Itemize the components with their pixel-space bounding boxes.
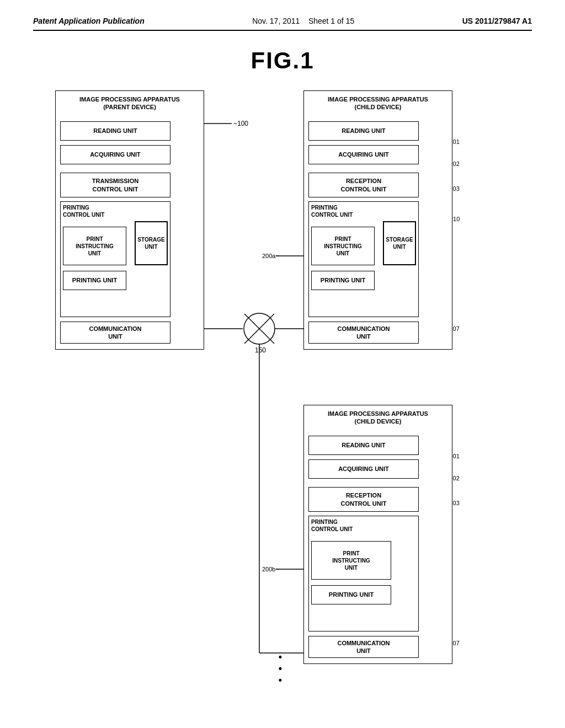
child1-print-instructing-unit: PRINTINSTRUCTINGUNIT	[311, 227, 375, 265]
child-device-1-title: IMAGE PROCESSING APPARATUS (CHILD DEVICE…	[304, 95, 452, 111]
header-sheet: Sheet 1 of 15	[308, 17, 354, 25]
child2-communication-unit: COMMUNICATIONUNIT	[308, 636, 419, 658]
child1-communication-unit: COMMUNICATIONUNIT	[308, 322, 419, 344]
child1-acquiring-unit: ACQUIRING UNIT	[308, 145, 419, 164]
svg-line-16	[244, 314, 274, 344]
child-device-2-box: IMAGE PROCESSING APPARATUS (CHILD DEVICE…	[303, 405, 452, 664]
header-right: US 2011/279847 A1	[462, 17, 532, 25]
child1-printing-unit: PRINTING UNIT	[311, 271, 375, 290]
child1-storage-unit: STORAGEUNIT	[383, 221, 416, 265]
parent-storage-unit: STORAGEUNIT	[135, 221, 168, 265]
child1-printing-control-container: PRINTINGCONTROL UNIT PRINTINSTRUCTINGUNI…	[308, 201, 419, 317]
child1-printing-control-label: PRINTINGCONTROL UNIT	[311, 204, 353, 218]
parent-printing-unit: PRINTING UNIT	[63, 271, 126, 290]
svg-text:~100: ~100	[233, 120, 248, 127]
child2-print-instructing-unit: PRINTINSTRUCTINGUNIT	[311, 541, 391, 580]
parent-print-instructing-unit: PRINTINSTRUCTINGUNIT	[63, 227, 126, 265]
parent-transmission-control-unit: TRANSMISSION CONTROL UNIT	[60, 173, 170, 197]
page-header: Patent Application Publication Nov. 17, …	[33, 17, 532, 31]
page: Patent Application Publication Nov. 17, …	[0, 0, 565, 728]
child2-printing-control-label: PRINTINGCONTROL UNIT	[311, 518, 353, 533]
figure-title: FIG.1	[33, 47, 532, 74]
header-left: Patent Application Publication	[33, 17, 145, 25]
parent-printing-control-label: PRINTINGCONTROL UNIT	[63, 204, 104, 218]
child2-printing-control-container: PRINTINGCONTROL UNIT PRINTINSTRUCTINGUNI…	[308, 516, 419, 631]
child1-reading-unit: READING UNIT	[308, 121, 419, 141]
svg-point-15	[244, 313, 275, 344]
child2-reception-control-unit: RECEPTIONCONTROL UNIT	[308, 487, 419, 512]
child1-reception-control-unit: RECEPTIONCONTROL UNIT	[308, 173, 419, 197]
parent-device-box: IMAGE PROCESSING APPARATUS (PARENT DEVIC…	[55, 90, 204, 350]
svg-text:200a~: 200a~	[262, 253, 279, 259]
parent-communication-unit: COMMUNICATION UNIT	[60, 322, 170, 344]
child-device-2-title: IMAGE PROCESSING APPARATUS (CHILD DEVICE…	[304, 410, 452, 426]
parent-device-title: IMAGE PROCESSING APPARATUS (PARENT DEVIC…	[56, 95, 204, 111]
parent-reading-unit: READING UNIT	[60, 121, 170, 141]
svg-line-17	[244, 314, 274, 344]
diagram-area: ~100 ~101 ~102 ~103 104 110 105 106	[33, 90, 532, 697]
child2-reading-unit: READING UNIT	[308, 436, 419, 455]
continuation-dots: •••	[279, 651, 286, 686]
child2-acquiring-unit: ACQUIRING UNIT	[308, 459, 419, 479]
svg-text:150: 150	[255, 346, 266, 354]
header-center: Nov. 17, 2011 Sheet 1 of 15	[252, 17, 354, 25]
parent-printing-control-container: PRINTINGCONTROL UNIT PRINTINSTRUCTINGUNI…	[60, 201, 170, 317]
child2-printing-unit: PRINTING UNIT	[311, 585, 391, 604]
child-device-1-box: IMAGE PROCESSING APPARATUS (CHILD DEVICE…	[303, 90, 452, 350]
svg-text:200b~: 200b~	[262, 566, 279, 572]
header-date: Nov. 17, 2011	[252, 17, 300, 25]
parent-acquiring-unit: ACQUIRING UNIT	[60, 145, 170, 164]
